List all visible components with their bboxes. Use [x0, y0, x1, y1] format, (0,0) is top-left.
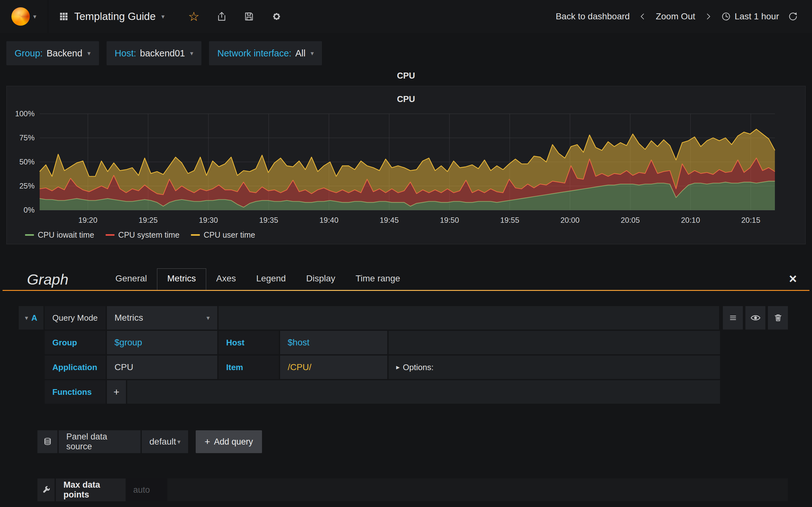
clock-icon	[721, 12, 731, 21]
max-data-points-label: Max data points	[56, 478, 125, 501]
tab-display[interactable]: Display	[296, 268, 345, 290]
variable-label: Host:	[115, 48, 136, 59]
svg-text:19:50: 19:50	[440, 216, 459, 224]
editor-header: Graph General Metrics Axes Legend Displa…	[0, 265, 812, 290]
variable-label: Group:	[14, 48, 43, 59]
query-delete-button[interactable]	[768, 306, 788, 330]
zoom-out-button[interactable]: Zoom Out	[656, 11, 695, 21]
legend-swatch	[191, 234, 200, 236]
query-collapse-toggle[interactable]: ▾ A	[19, 306, 44, 330]
navbar-right: Back to dashboard Zoom Out Last 1 hour	[556, 11, 812, 21]
svg-text:20:00: 20:00	[560, 216, 579, 224]
svg-text:19:55: 19:55	[500, 216, 519, 224]
tab-axes[interactable]: Axes	[206, 268, 246, 290]
refresh-icon	[788, 11, 798, 21]
group-label: Group	[45, 331, 106, 354]
variable-dropdown-host[interactable]: Host: backend01 ▾	[107, 41, 202, 65]
item-value: /CPU/	[288, 362, 311, 372]
query-row-application-item: Application CPU Item /CPU/ ▸ Options:	[19, 355, 720, 379]
group-value: $group	[114, 337, 142, 348]
host-value: $host	[288, 337, 310, 348]
svg-text:19:40: 19:40	[319, 216, 339, 224]
database-icon	[43, 437, 52, 447]
add-query-button[interactable]: + Add query	[196, 430, 262, 453]
add-function-button[interactable]: +	[107, 380, 126, 404]
star-button[interactable]: ☆	[188, 10, 200, 23]
chevron-down-icon: ▾	[33, 13, 36, 20]
svg-text:20:05: 20:05	[621, 216, 640, 224]
legend-swatch	[25, 234, 34, 236]
dashboard-title-dropdown[interactable]: Templating Guide ▾	[48, 10, 175, 22]
host-field[interactable]: $host	[280, 331, 387, 354]
legend-item[interactable]: CPU system time	[106, 230, 180, 239]
close-editor-button[interactable]: ×	[789, 272, 797, 290]
panel-datasource-label: Panel data source	[59, 430, 141, 453]
legend-item[interactable]: CPU iowait time	[25, 230, 94, 239]
settings-button[interactable]	[271, 11, 282, 22]
hamburger-icon	[728, 313, 738, 323]
panel-type-label: Graph	[27, 272, 68, 290]
cpu-graph[interactable]: 19:2019:2519:3019:3519:4019:4519:5019:55…	[7, 110, 805, 227]
wrench-icon	[41, 485, 51, 495]
max-data-points-input[interactable]	[127, 478, 166, 501]
wrench-icon-cell	[38, 478, 55, 501]
group-field[interactable]: $group	[107, 331, 217, 354]
application-field[interactable]: CPU	[107, 355, 217, 379]
datasource-select[interactable]: default ▾	[142, 430, 188, 453]
legend-label: CPU user time	[204, 230, 255, 239]
variable-dropdown-network-interface[interactable]: Network interface: All ▾	[209, 41, 322, 65]
back-to-dashboard-button[interactable]: Back to dashboard	[556, 11, 630, 21]
legend-item[interactable]: CPU user time	[191, 230, 255, 239]
refresh-button[interactable]	[788, 11, 798, 21]
cpu-graph-panel: CPU 19:2019:2519:3019:3519:4019:4519:501…	[6, 86, 806, 244]
svg-text:19:30: 19:30	[199, 216, 218, 224]
tab-metrics[interactable]: Metrics	[157, 268, 206, 290]
save-icon	[244, 11, 254, 21]
tab-general[interactable]: General	[105, 268, 157, 290]
panel-title[interactable]: CPU	[7, 86, 805, 110]
svg-text:50%: 50%	[19, 158, 35, 166]
grid-icon	[59, 12, 68, 21]
query-row-group-host: Group $group Host $host	[19, 331, 720, 354]
grafana-menu-button[interactable]: ▾	[0, 0, 48, 33]
max-data-points-row: Max data points	[38, 478, 788, 501]
svg-text:19:45: 19:45	[380, 216, 399, 224]
query-mode-select[interactable]: Metrics ▾	[107, 306, 217, 330]
row-indent	[19, 331, 44, 354]
tab-legend[interactable]: Legend	[246, 268, 296, 290]
svg-text:20:15: 20:15	[741, 216, 760, 224]
chevron-down-icon: ▾	[161, 13, 165, 20]
query-menu-button[interactable]	[723, 306, 743, 330]
max-data-points-input-cell	[127, 478, 166, 501]
variable-value: backend01	[140, 48, 185, 59]
query-mode-value: Metrics	[114, 313, 143, 323]
legend-label: CPU iowait time	[38, 230, 94, 239]
time-range-label: Last 1 hour	[734, 11, 779, 21]
svg-text:75%: 75%	[19, 133, 35, 142]
chevron-down-icon: ▾	[177, 438, 181, 446]
chevron-left-icon	[639, 12, 647, 20]
share-icon	[217, 11, 227, 21]
share-button[interactable]	[217, 11, 227, 21]
options-toggle[interactable]: ▸ Options:	[396, 362, 434, 372]
navbar-actions: ☆	[188, 10, 282, 23]
tab-time-range[interactable]: Time range	[345, 268, 410, 290]
datasource-row: Panel data source default ▾ + Add query	[38, 430, 788, 453]
application-value: CPU	[114, 362, 133, 372]
variable-label: Network interface:	[217, 48, 292, 59]
time-shift-back-button[interactable]	[639, 12, 647, 20]
datasource-value: default	[149, 437, 176, 447]
chevron-down-icon: ▾	[25, 314, 28, 322]
time-range-picker[interactable]: Last 1 hour	[721, 11, 779, 21]
save-button[interactable]	[244, 11, 254, 21]
dashboard-title: Templating Guide	[74, 10, 156, 22]
item-field[interactable]: /CPU/	[280, 355, 387, 379]
variable-value: All	[295, 48, 305, 59]
chevron-down-icon: ▾	[310, 49, 314, 57]
query-mode-label: Query Mode	[45, 306, 106, 330]
query-ref-letter: A	[32, 313, 38, 323]
query-disable-button[interactable]	[745, 306, 765, 330]
row-indent	[19, 355, 44, 379]
variable-dropdown-group[interactable]: Group: Backend ▾	[6, 41, 99, 65]
time-shift-forward-button[interactable]	[704, 12, 712, 20]
